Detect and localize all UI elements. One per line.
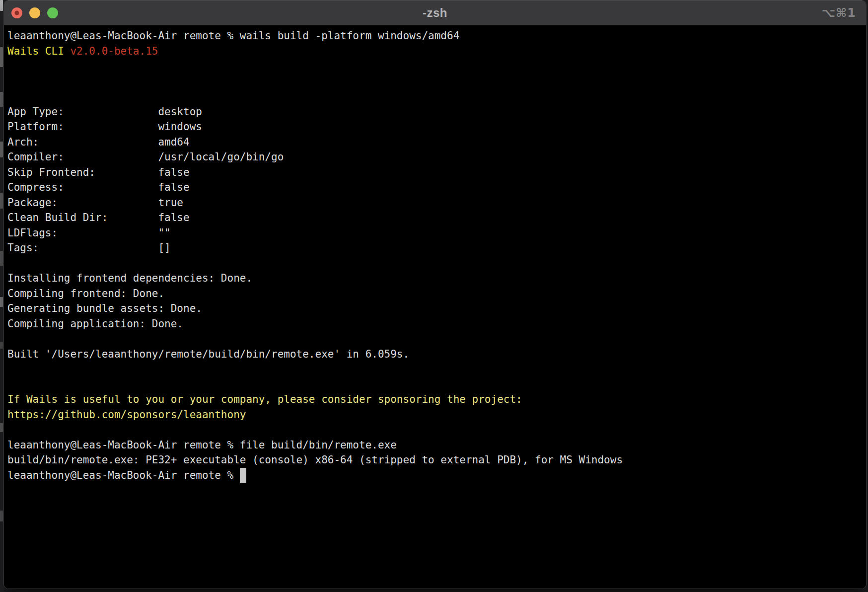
terminal-screen[interactable]: leaanthony@Leas-MacBook-Air remote % wai… [4,25,866,589]
terminal-text-segment: Tags: [] [7,242,171,254]
terminal-text-segment: Compiling application: Done. [7,318,183,330]
terminal-line: Platform: windows [7,119,863,135]
terminal-text-segment: Platform: windows [7,121,202,133]
terminal-line: Arch: amd64 [7,135,863,150]
terminal-line: Package: true [7,195,863,211]
terminal-line: Compiling frontend: Done. [7,286,863,301]
terminal-line: build/bin/remote.exe: PE32+ executable (… [7,452,863,468]
terminal-text-segment: Generating bundle assets: Done. [7,302,202,314]
terminal-text-segment: Arch: amd64 [7,136,190,148]
terminal-line [7,256,863,271]
background-window-fragment [0,92,3,107]
background-window-fragment [0,142,3,157]
terminal-line: Generating bundle assets: Done. [7,301,863,316]
background-window-fragment [0,0,3,11]
terminal-line: Tags: [] [7,240,863,256]
terminal-line: leaanthony@Leas-MacBook-Air remote % [7,468,863,483]
terminal-line: Compiler: /usr/local/go/bin/go [7,149,863,165]
terminal-text-segment: If Wails is useful to you or your compan… [7,393,522,405]
terminal-line: leaanthony@Leas-MacBook-Air remote % fil… [7,438,863,453]
terminal-line [7,59,863,74]
terminal-text-segment: build/bin/remote.exe: PE32+ executable (… [7,454,623,466]
terminal-window: -zsh ⌥⌘1 leaanthony@Leas-MacBook-Air rem… [3,0,867,589]
terminal-text-segment: Compiling frontend: Done. [7,288,164,299]
text-cursor [240,468,246,483]
terminal-text-segment: https://github.com/sponsors/leaanthony [7,409,246,421]
terminal-text-segment: Installing frontend dependencies: Done. [7,272,252,284]
background-window-fragment [0,193,3,209]
terminal-line: Built '/Users/leaanthony/remote/build/bi… [7,347,863,362]
terminal-text-segment: Skip Frontend: false [7,166,190,178]
background-window-fragment [0,297,3,307]
terminal-line: LDFlags: "" [7,225,863,241]
terminal-line [7,331,863,347]
terminal-text-segment: App Type: desktop [7,106,202,118]
terminal-line: App Type: desktop [7,104,863,120]
terminal-line: https://github.com/sponsors/leaanthony [7,407,863,423]
desktop: { "window": { "title": "-zsh", "shortcut… [0,0,868,592]
terminal-text-segment: leaanthony@Leas-MacBook-Air remote % fil… [7,439,397,451]
terminal-text-segment: LDFlags: "" [7,227,171,239]
background-window-fragment [0,342,3,349]
terminal-line: leaanthony@Leas-MacBook-Air remote % wai… [7,28,863,44]
terminal-text-segment: leaanthony@Leas-MacBook-Air remote % wai… [7,30,459,42]
terminal-text-segment: Compress: false [7,181,190,193]
terminal-line [7,422,863,438]
background-window-fragment [0,423,3,432]
terminal-text-segment: Compiler: /usr/local/go/bin/go [7,151,284,163]
terminal-line: Wails CLI v2.0.0-beta.15 [7,44,863,59]
terminal-line [7,377,863,392]
terminal-text-segment: v2.0.0-beta.15 [70,45,158,57]
terminal-line [7,89,863,104]
tab-shortcut-badge: ⌥⌘1 [821,6,856,20]
terminal-text-segment: Clean Build Dir: false [7,212,190,223]
background-window-fragment [0,47,3,67]
terminal-line [7,362,863,377]
terminal-line [7,74,863,89]
terminal-line: Skip Frontend: false [7,165,863,180]
terminal-text-segment: Built '/Users/leaanthony/remote/build/bi… [7,348,409,360]
terminal-text-segment: Wails CLI [7,45,70,57]
terminal-line: If Wails is useful to you or your compan… [7,392,863,407]
terminal-line: Compiling application: Done. [7,316,863,332]
terminal-line: Clean Build Dir: false [7,210,863,225]
background-window-fragment [0,251,3,266]
window-titlebar[interactable]: -zsh ⌥⌘1 [4,0,866,25]
terminal-line: Compress: false [7,180,863,195]
terminal-text-segment: Package: true [7,197,183,209]
window-title: -zsh [4,6,866,20]
terminal-line: Installing frontend dependencies: Done. [7,271,863,286]
background-window-fragment [0,511,3,521]
terminal-text-segment: leaanthony@Leas-MacBook-Air remote % [7,469,240,481]
